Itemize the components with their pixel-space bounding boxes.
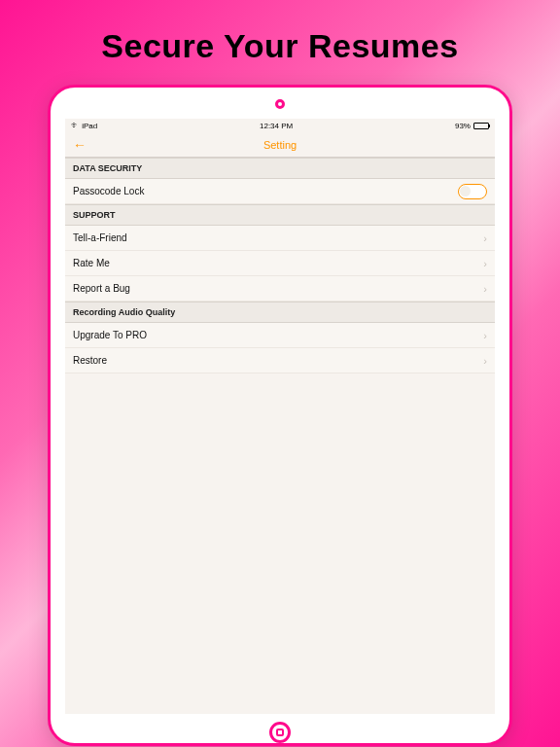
row-label: Report a Bug	[73, 283, 130, 294]
nav-title: Setting	[263, 139, 297, 151]
camera-icon	[275, 99, 285, 109]
row-upgrade-to-pro[interactable]: Upgrade To PRO ›	[65, 323, 495, 348]
device-label: iPad	[82, 122, 97, 130]
passcode-toggle[interactable]	[458, 184, 487, 199]
ipad-frame: ᯤ iPad 12:34 PM 93% ← Setting DATA SECUR…	[48, 85, 512, 746]
nav-bar: ← Setting	[65, 132, 495, 158]
section-data-security: DATA SECURITY	[65, 158, 495, 179]
chevron-right-icon: ›	[483, 283, 487, 295]
row-passcode-lock[interactable]: Passocode Lock	[65, 179, 495, 204]
row-label: Restore	[73, 355, 107, 366]
chevron-right-icon: ›	[483, 330, 487, 341]
section-recording-audio-quality: Recording Audio Quality	[65, 302, 495, 323]
home-button[interactable]	[269, 722, 291, 743]
status-device: ᯤ iPad	[71, 121, 97, 130]
row-label: Passocode Lock	[73, 186, 144, 196]
row-rate-me[interactable]: Rate Me ›	[65, 251, 495, 276]
battery-icon	[473, 123, 489, 129]
back-button[interactable]: ←	[73, 137, 87, 153]
status-time: 12:34 PM	[260, 122, 293, 130]
row-label: Tell-a-Friend	[73, 232, 127, 243]
wifi-icon: ᯤ	[71, 121, 80, 130]
chevron-right-icon: ›	[483, 232, 487, 244]
toggle-knob	[460, 186, 471, 196]
row-label: Rate Me	[73, 258, 110, 268]
row-tell-a-friend[interactable]: Tell-a-Friend ›	[65, 226, 495, 251]
status-right: 93%	[455, 122, 489, 130]
row-report-a-bug[interactable]: Report a Bug ›	[65, 276, 495, 302]
empty-area	[65, 374, 495, 714]
screen: ᯤ iPad 12:34 PM 93% ← Setting DATA SECUR…	[65, 119, 495, 714]
chevron-right-icon: ›	[483, 355, 487, 367]
row-label: Upgrade To PRO	[73, 330, 147, 340]
chevron-right-icon: ›	[483, 258, 487, 269]
status-bar: ᯤ iPad 12:34 PM 93%	[65, 119, 495, 132]
section-support: SUPPORT	[65, 204, 495, 226]
battery-pct: 93%	[455, 122, 471, 130]
home-square-icon	[276, 729, 284, 736]
row-restore[interactable]: Restore ›	[65, 348, 495, 374]
marketing-headline: Secure Your Resumes	[101, 27, 458, 65]
